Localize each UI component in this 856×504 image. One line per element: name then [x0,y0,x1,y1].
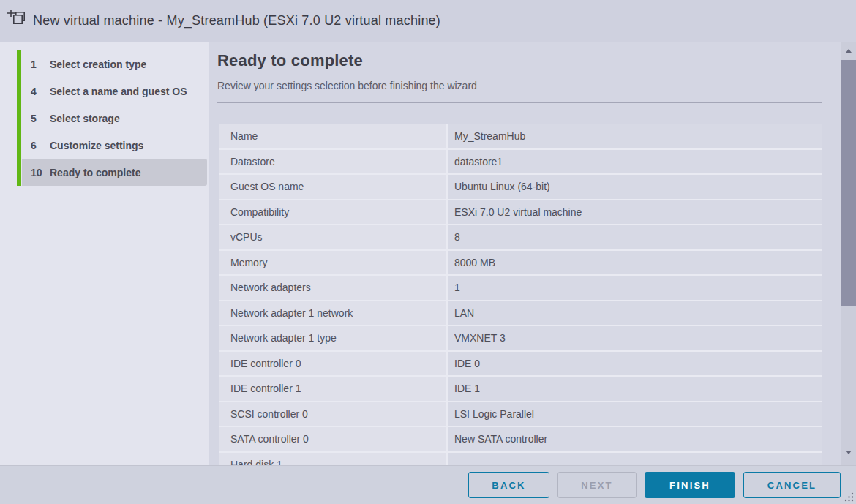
step-label: Customize settings [50,140,143,151]
finish-button[interactable]: FINISH [645,472,735,498]
setting-label: IDE controller 1 [219,377,446,401]
setting-label: Hard disk 1 [219,453,446,466]
setting-value: 1 [448,276,822,300]
setting-value [448,453,822,466]
back-button[interactable]: BACK [468,472,549,498]
setting-label: Datastore [219,150,446,174]
header-divider [217,102,822,103]
steps-list: 1Select creation type4Select a name and … [17,50,209,186]
wizard-body: 1Select creation type4Select a name and … [0,42,856,465]
step-number: 1 [31,59,45,70]
setting-label: IDE controller 0 [219,352,446,376]
wizard-steps-sidebar: 1Select creation type4Select a name and … [0,42,209,465]
title-bar: New virtual machine - My_StreamHub (ESXi… [0,0,856,42]
setting-value: IDE 0 [448,352,822,376]
sidebar-step-5[interactable]: 5Select storage [22,105,207,132]
scroll-up-icon[interactable] [841,43,856,58]
scroll-down-icon[interactable] [841,445,856,459]
step-label: Ready to complete [50,167,140,178]
window-title: New virtual machine - My_StreamHub (ESXi… [33,13,440,29]
setting-value: New SATA controller [448,427,822,451]
step-number: 6 [31,140,45,151]
wizard-footer: BACK NEXT FINISH CANCEL [0,465,856,504]
cancel-button[interactable]: CANCEL [743,472,841,498]
sidebar-step-4[interactable]: 4Select a name and guest OS [22,78,207,105]
vertical-scrollbar[interactable] [841,42,856,465]
step-number: 5 [31,113,45,124]
sidebar-step-1[interactable]: 1Select creation type [22,50,207,78]
setting-label: SCSI controller 0 [219,402,446,426]
setting-label: Guest OS name [219,175,446,199]
setting-value: IDE 1 [448,377,822,401]
sidebar-step-6[interactable]: 6Customize settings [22,132,207,159]
setting-label: SATA controller 0 [219,427,446,451]
page-subtitle: Review your settings selection before fi… [217,80,822,91]
setting-value: LAN [448,301,822,326]
page-title: Ready to complete [217,51,822,70]
step-label: Select storage [50,113,120,124]
resize-grip-icon[interactable] [843,491,855,503]
setting-label: Compatibility [219,200,446,225]
setting-value: 8 [448,225,822,249]
setting-value: Ubuntu Linux (64-bit) [448,175,822,199]
setting-value: VMXNET 3 [448,326,822,350]
settings-table: NameMy_StreamHubDatastoredatastore1Guest… [219,124,822,465]
setting-value: ESXi 7.0 U2 virtual machine [448,200,822,225]
setting-label: Name [219,124,446,148]
step-number: 10 [31,167,45,178]
sidebar-step-10[interactable]: 10Ready to complete [22,159,207,186]
setting-label: Network adapter 1 type [219,326,446,350]
scrollbar-thumb[interactable] [841,60,856,306]
setting-label: Memory [219,251,446,275]
main-panel: Ready to complete Review your settings s… [209,42,856,465]
step-label: Select a name and guest OS [50,86,187,97]
step-label: Select creation type [50,59,146,70]
setting-value: LSI Logic Parallel [448,402,822,426]
setting-label: Network adapter 1 network [219,301,446,326]
setting-value: datastore1 [448,150,822,174]
setting-label: vCPUs [219,225,446,249]
setting-label: Network adapters [219,276,446,300]
setting-value: 8000 MB [448,251,822,275]
setting-value: My_StreamHub [448,124,822,148]
new-vm-icon [7,9,27,30]
step-number: 4 [31,86,45,97]
next-button[interactable]: NEXT [557,472,637,498]
